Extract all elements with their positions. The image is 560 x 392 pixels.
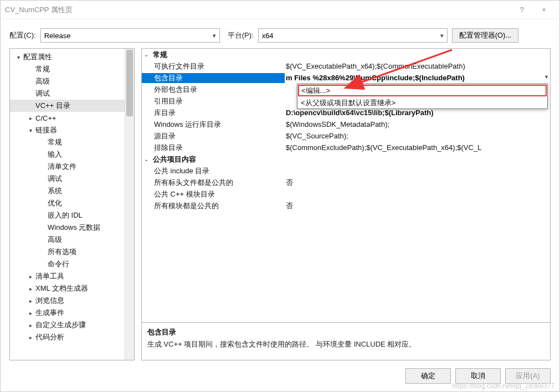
tree-item[interactable]: 系统 — [10, 185, 134, 197]
main-area: ▾配置属性常规高级调试VC++ 目录▸C/C++▾链接器常规输入清单文件调试系统… — [1, 48, 559, 360]
expander-icon[interactable] — [39, 138, 47, 146]
property-dialog: CV_NumCPP 属性页 ? × 配置(C): Release 平台(P): … — [0, 0, 560, 392]
property-value: $(CommonExcludePath);$(VC_ExecutablePath… — [285, 143, 550, 152]
tree-item[interactable]: ▾链接器 — [10, 124, 134, 136]
tree[interactable]: ▾配置属性常规高级调试VC++ 目录▸C/C++▾链接器常规输入清单文件调试系统… — [10, 49, 134, 360]
property-row[interactable]: 所有模块都是公共的否 — [142, 200, 550, 212]
property-key: 包含目录 — [142, 73, 285, 83]
titlebar: CV_NumCPP 属性页 ? × — [1, 1, 559, 19]
expander-icon[interactable] — [39, 151, 47, 158]
expander-icon[interactable] — [27, 65, 34, 73]
tree-item[interactable]: ▾配置属性 — [10, 51, 134, 63]
category-row[interactable]: ⌄常规 — [142, 49, 550, 60]
property-value: 否 — [285, 178, 550, 188]
tree-item[interactable]: 命令行 — [10, 258, 134, 270]
tree-item[interactable]: ▸代码分析 — [10, 331, 134, 343]
property-key: 引用目录 — [142, 96, 285, 106]
expander-icon[interactable] — [39, 175, 47, 183]
tree-item[interactable]: Windows 元数据 — [10, 221, 134, 234]
tree-item[interactable]: 高级 — [10, 234, 134, 246]
config-manager-button[interactable]: 配置管理器(O)... — [452, 28, 519, 43]
expander-icon[interactable] — [39, 212, 47, 219]
tree-item-label: 高级 — [47, 235, 62, 245]
ok-button[interactable]: 确定 — [405, 368, 451, 384]
expander-icon[interactable]: ▸ — [27, 333, 34, 341]
tree-item[interactable]: ▸浏览信息 — [10, 295, 134, 307]
property-row[interactable]: 排除目录$(CommonExcludePath);$(VC_Executable… — [142, 142, 550, 153]
tree-item[interactable]: 优化 — [10, 197, 134, 209]
tree-item[interactable]: ▸自定义生成步骤 — [10, 319, 134, 331]
expander-icon[interactable] — [39, 187, 47, 195]
expander-icon[interactable]: ▸ — [27, 321, 34, 329]
config-select[interactable]: Release — [40, 28, 220, 43]
property-row[interactable]: 包含目录m Files %28x86%29\NumCpp\include;$(I… — [142, 72, 550, 84]
property-row[interactable]: 所有标头文件都是公共的否 — [142, 177, 550, 188]
expander-icon[interactable]: ▸ — [27, 272, 34, 280]
tree-item[interactable]: 高级 — [10, 75, 134, 87]
tree-item[interactable]: 输入 — [10, 148, 134, 161]
property-key: 所有模块都是公共的 — [142, 201, 285, 211]
desc-title: 包含目录 — [147, 327, 544, 337]
config-value: Release — [44, 32, 71, 40]
expander-icon[interactable]: ▸ — [27, 309, 34, 317]
expander-icon[interactable] — [27, 78, 34, 85]
tree-item-label: 生成事件 — [34, 308, 64, 318]
scrollbar-thumb[interactable] — [126, 50, 133, 116]
expander-icon[interactable]: ▾ — [27, 126, 34, 134]
tree-item[interactable]: 调试 — [10, 87, 134, 100]
tree-item[interactable]: 所有选项 — [10, 246, 134, 258]
expander-icon[interactable] — [39, 260, 47, 268]
value-dropdown[interactable]: <编辑...> <从父级或项目默认设置继承> — [297, 84, 548, 109]
tree-item[interactable]: ▸XML 文档生成器 — [10, 282, 134, 295]
dropdown-inherit-item[interactable]: <从父级或项目默认设置继承> — [297, 97, 547, 109]
tree-item[interactable]: ▸生成事件 — [10, 307, 134, 319]
toolbar: 配置(C): Release 平台(P): x64 配置管理器(O)... — [1, 19, 559, 48]
expander-icon[interactable]: ▸ — [27, 297, 34, 305]
expander-icon[interactable] — [39, 236, 47, 244]
expander-icon[interactable] — [27, 102, 34, 110]
property-value[interactable]: m Files %28x86%29\NumCpp\include;$(Inclu… — [285, 74, 550, 82]
cancel-button[interactable]: 取消 — [455, 368, 501, 384]
collapse-icon[interactable]: ⌄ — [142, 51, 151, 58]
tree-item-label: 配置属性 — [22, 52, 52, 62]
tree-item[interactable]: 调试 — [10, 173, 134, 185]
expander-icon[interactable] — [27, 90, 34, 97]
category-row[interactable]: ⌄公共项目内容 — [142, 153, 550, 165]
property-row[interactable]: 源目录$(VC_SourcePath); — [142, 130, 550, 142]
expander-icon[interactable] — [39, 224, 47, 231]
tree-item-label: 调试 — [34, 89, 50, 99]
property-row[interactable]: 公共 include 目录 — [142, 165, 550, 177]
property-row[interactable]: 公共 C++ 模块目录 — [142, 188, 550, 200]
tree-item[interactable]: 清单文件 — [10, 161, 134, 173]
tree-item-label: 系统 — [47, 186, 62, 196]
expander-icon[interactable]: ▾ — [14, 53, 22, 61]
tree-item[interactable]: 嵌入的 IDL — [10, 209, 134, 221]
expander-icon[interactable]: ▸ — [27, 285, 34, 292]
expander-icon[interactable] — [39, 199, 47, 207]
help-button[interactable]: ? — [511, 1, 533, 19]
tree-item[interactable]: 常规 — [10, 63, 134, 75]
tree-item-label: 链接器 — [34, 125, 57, 135]
tree-item[interactable]: VC++ 目录 — [10, 100, 134, 112]
close-button[interactable]: × — [533, 1, 555, 19]
property-value: $(WindowsSDK_MetadataPath); — [285, 120, 550, 128]
tree-item[interactable]: 常规 — [10, 136, 134, 148]
tree-item-label: 清单工具 — [34, 271, 64, 281]
apply-button[interactable]: 应用(A) — [505, 368, 551, 384]
collapse-icon[interactable]: ⌄ — [142, 156, 151, 162]
tree-scrollbar[interactable] — [125, 49, 134, 360]
property-grid[interactable]: ⌄常规可执行文件目录$(VC_ExecutablePath_x64);$(Com… — [141, 48, 551, 323]
tree-item[interactable]: ▸清单工具 — [10, 270, 134, 282]
property-row[interactable]: Windows 运行库目录$(WindowsSDK_MetadataPath); — [142, 118, 550, 130]
platform-select[interactable]: x64 — [258, 28, 448, 43]
property-row[interactable]: 可执行文件目录$(VC_ExecutablePath_x64);$(Common… — [142, 60, 550, 72]
property-value: D:\opencv\build\x64\vc15\lib;$(LibraryPa… — [285, 109, 550, 117]
expander-icon[interactable]: ▸ — [27, 114, 34, 122]
tree-item[interactable]: ▸C/C++ — [10, 112, 134, 124]
tree-item-label: C/C++ — [34, 114, 56, 122]
property-value: 否 — [285, 201, 550, 211]
property-key: 库目录 — [142, 108, 285, 118]
expander-icon[interactable] — [39, 163, 47, 171]
expander-icon[interactable] — [39, 248, 47, 256]
dropdown-edit-item[interactable]: <编辑...> — [298, 85, 547, 96]
